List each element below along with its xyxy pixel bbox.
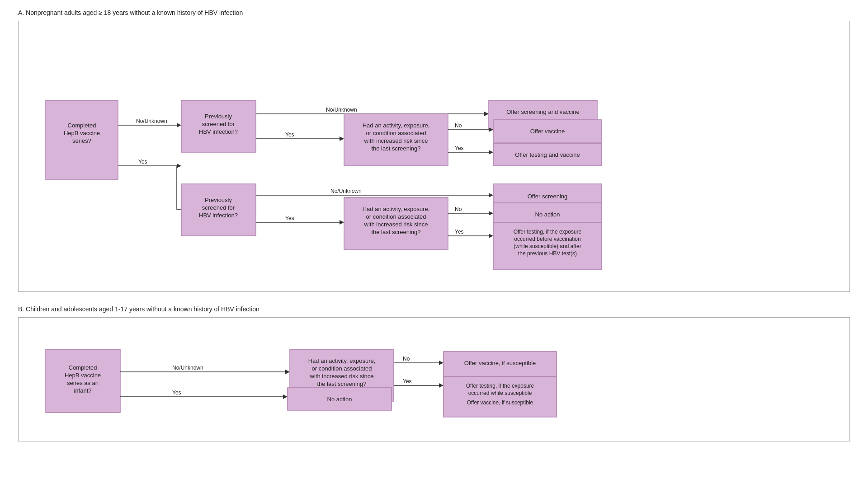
section-a-diagram: Completed HepB vaccine series? No/Unknow… [18,21,850,292]
svg-marker-84 [439,361,443,365]
svg-text:No/Unknown: No/Unknown [136,118,167,124]
svg-text:occurred before vaccination: occurred before vaccination [514,236,580,242]
svg-text:or condition associated: or condition associated [366,130,426,136]
section-b-title: B. Children and adolescents aged 1-17 ye… [18,305,850,313]
svg-text:No: No [403,356,410,362]
svg-text:No action: No action [535,211,560,218]
svg-text:Offer vaccine: Offer vaccine [530,128,565,135]
svg-text:(while susceptible) and after: (while susceptible) and after [514,243,581,249]
svg-text:No action: No action [327,396,352,403]
svg-text:or condition associated: or condition associated [366,213,426,220]
svg-text:Had an activity, exposure,: Had an activity, exposure, [363,122,430,129]
section-a-title: A. Nonpregnant adults aged ≥ 18 years wi… [18,9,850,16]
svg-marker-63 [489,234,493,238]
svg-text:Had an activity, exposure,: Had an activity, exposure, [308,357,376,364]
svg-text:Yes: Yes [403,378,412,385]
svg-text:Offer testing, if the exposure: Offer testing, if the exposure [466,383,534,389]
svg-text:Completed: Completed [68,122,96,129]
svg-text:the previous HBV test(s): the previous HBV test(s) [518,250,577,257]
svg-text:Offer screening and vaccine: Offer screening and vaccine [506,108,580,115]
svg-marker-36 [177,164,181,168]
svg-marker-13 [484,112,489,116]
svg-text:series as an: series as an [67,380,99,386]
svg-marker-31 [489,150,493,155]
svg-text:HBV infection?: HBV infection? [199,128,238,135]
svg-text:HepB vaccine: HepB vaccine [64,130,100,136]
svg-text:Yes: Yes [285,215,294,221]
svg-text:screened for: screened for [202,121,235,127]
svg-text:Previously: Previously [205,113,232,120]
svg-text:Yes: Yes [138,159,147,165]
svg-marker-50 [340,220,344,225]
svg-text:HepB vaccine: HepB vaccine [65,372,101,379]
svg-text:screened for: screened for [202,204,235,211]
svg-marker-76 [285,370,290,374]
svg-text:series?: series? [72,137,91,144]
svg-text:the last screening?: the last screening? [371,229,420,235]
svg-text:with increased risk since: with increased risk since [364,137,428,144]
svg-text:No/Unknown: No/Unknown [326,107,357,113]
svg-marker-58 [489,211,493,216]
svg-text:Had an activity, exposure,: Had an activity, exposure, [363,206,430,212]
svg-marker-96 [283,394,288,399]
svg-text:Yes: Yes [285,131,294,138]
svg-text:No: No [455,122,462,129]
svg-text:Offer vaccine, if susceptible: Offer vaccine, if susceptible [464,360,536,366]
svg-text:No: No [455,206,462,212]
svg-text:infant?: infant? [74,387,91,394]
svg-text:Yes: Yes [172,389,181,396]
svg-text:the last screening?: the last screening? [317,380,366,387]
svg-marker-5 [177,123,181,127]
svg-text:Completed: Completed [69,364,97,371]
svg-text:Yes: Yes [455,145,464,151]
svg-text:Offer testing and vaccine: Offer testing and vaccine [515,151,580,158]
flowchart-b: Completed HepB vaccine series as an infa… [32,327,855,431]
svg-marker-18 [340,136,344,141]
svg-text:No/Unknown: No/Unknown [172,365,203,371]
svg-text:occurred while susceptible: occurred while susceptible [468,390,532,396]
svg-marker-45 [489,193,493,197]
svg-text:Offer screening: Offer screening [528,193,568,200]
svg-text:or condition associated: or condition associated [312,365,372,372]
svg-text:Previously: Previously [205,197,232,203]
svg-text:the last screening?: the last screening? [371,145,420,152]
svg-text:with increased risk since: with increased risk since [310,373,374,380]
svg-text:Yes: Yes [455,229,464,235]
svg-marker-89 [439,383,443,388]
svg-text:with increased risk since: with increased risk since [364,221,428,228]
svg-text:Offer testing, if the exposure: Offer testing, if the exposure [514,229,582,235]
flowchart-a: Completed HepB vaccine series? No/Unknow… [32,30,855,281]
svg-text:No/Unknown: No/Unknown [330,188,362,194]
svg-text:Offer vaccine, if susceptible: Offer vaccine, if susceptible [467,399,533,406]
svg-text:HBV infection?: HBV infection? [199,212,238,219]
section-b-diagram: Completed HepB vaccine series as an infa… [18,317,850,441]
